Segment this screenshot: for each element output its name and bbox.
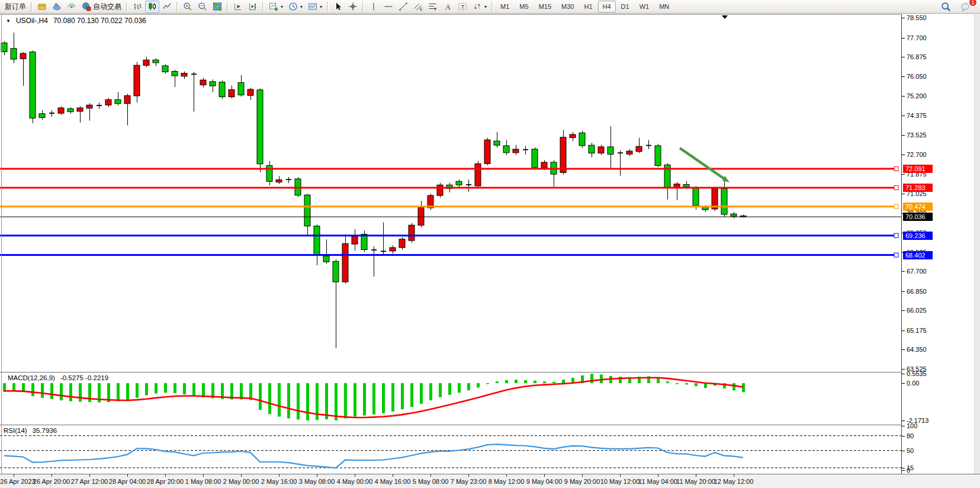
candle bbox=[20, 53, 26, 59]
fibonacci-button[interactable]: F bbox=[426, 1, 440, 13]
candle bbox=[626, 151, 632, 154]
candle bbox=[58, 108, 64, 113]
newchart-icon bbox=[269, 2, 278, 11]
candle bbox=[361, 235, 367, 250]
macd-canvas[interactable] bbox=[0, 373, 902, 425]
price-tick: 66.850 bbox=[902, 288, 927, 295]
chart-window[interactable]: ▼ USOil-,H4 70.080 70.130 70.022 70.036 … bbox=[0, 14, 980, 488]
time-tick bbox=[658, 474, 658, 477]
dropdown-arrow-icon[interactable]: ▾ bbox=[281, 4, 283, 9]
candle bbox=[115, 99, 121, 104]
trend-arrow-annotation[interactable] bbox=[680, 148, 730, 182]
candlestick-chart-button[interactable] bbox=[145, 1, 159, 13]
horizontal-line-button[interactable] bbox=[381, 1, 396, 13]
timeframe-h1-button[interactable]: H1 bbox=[579, 1, 597, 12]
candle bbox=[693, 188, 699, 206]
line-chart-button[interactable] bbox=[160, 1, 174, 13]
ohlc-values: 70.080 70.130 70.022 70.036 bbox=[53, 17, 146, 25]
price-axis[interactable]: 78.55077.70076.87576.05075.20074.37573.5… bbox=[902, 14, 980, 474]
candle bbox=[352, 236, 358, 244]
arrows-button[interactable]: ▾ bbox=[470, 1, 489, 13]
one-click-collapse-icon[interactable]: ▼ bbox=[6, 18, 11, 24]
time-label: 27 Apr 12:00 bbox=[71, 478, 108, 485]
time-label: 11 May 20:00 bbox=[676, 478, 715, 485]
time-label: 2 May 00:00 bbox=[223, 478, 259, 485]
timeframe-m30-button[interactable]: M30 bbox=[557, 1, 579, 12]
candle bbox=[153, 60, 159, 63]
crosshair-button[interactable] bbox=[346, 1, 360, 13]
dropdown-arrow-icon[interactable]: ▾ bbox=[300, 4, 303, 9]
time-label: 28 Apr 20:00 bbox=[147, 478, 184, 485]
dropdown-arrow-icon[interactable]: ▾ bbox=[484, 4, 487, 9]
new-chart-button[interactable]: ▾ bbox=[266, 1, 285, 13]
rsi-level-lines bbox=[0, 436, 902, 468]
candle bbox=[238, 82, 244, 95]
channel-icon: E bbox=[413, 2, 423, 11]
candle bbox=[532, 149, 538, 168]
time-tick bbox=[468, 474, 469, 477]
toolbar-separator bbox=[227, 2, 229, 12]
price-chart-canvas[interactable] bbox=[0, 15, 902, 372]
time-label: 26 Apr 2023 bbox=[0, 478, 35, 485]
fibo-icon: F bbox=[428, 2, 438, 11]
timeframe-m15-button[interactable]: M15 bbox=[534, 1, 556, 12]
timeframe-m5-button[interactable]: M5 bbox=[515, 1, 533, 12]
timeframe-h4-button[interactable]: H4 bbox=[598, 1, 616, 12]
notification-badge: 1 bbox=[969, 0, 977, 7]
price-tick: 64.350 bbox=[902, 346, 927, 353]
timeframe-d1-button[interactable]: D1 bbox=[616, 1, 634, 12]
hline-icon bbox=[384, 2, 393, 11]
window-left-border bbox=[1, 14, 2, 474]
rsi-label: RSI(14) 35.7936 bbox=[4, 427, 57, 434]
toolbar-separator bbox=[31, 2, 33, 12]
time-tick bbox=[696, 474, 696, 477]
zoom-out-button[interactable] bbox=[195, 1, 210, 13]
macd-label: MACD(12,26,9) -0.5275 -0.2219 bbox=[8, 374, 108, 381]
candle bbox=[134, 65, 140, 96]
auto-trading-button[interactable]: 自动交易 bbox=[79, 1, 124, 13]
market-watch-button[interactable] bbox=[35, 1, 49, 13]
globe-ea-icon bbox=[82, 2, 91, 11]
trendline-button[interactable] bbox=[396, 1, 410, 13]
time-axis[interactable]: 26 Apr 202326 Apr 20:0027 Apr 12:0028 Ap… bbox=[0, 474, 980, 488]
notifications-button[interactable]: 1 bbox=[958, 1, 973, 13]
text-button[interactable]: A bbox=[441, 1, 455, 13]
timeframe-m1-button[interactable]: M1 bbox=[496, 1, 514, 12]
candle bbox=[314, 226, 320, 255]
candle bbox=[579, 133, 585, 146]
symbol-period-label: USOil-,H4 bbox=[16, 17, 48, 25]
time-tick bbox=[734, 474, 734, 477]
community-button[interactable] bbox=[50, 1, 64, 13]
periods-button[interactable]: ▾ bbox=[286, 1, 305, 13]
rsi-canvas[interactable] bbox=[0, 425, 902, 474]
label-button[interactable]: T bbox=[455, 1, 470, 13]
candle bbox=[181, 73, 187, 76]
dropdown-arrow-icon[interactable]: ▾ bbox=[320, 4, 322, 9]
cursor-button[interactable] bbox=[331, 1, 345, 13]
vertical-line-button[interactable] bbox=[367, 1, 381, 13]
channel-button[interactable]: E bbox=[411, 1, 425, 13]
auto-scroll-button[interactable] bbox=[231, 1, 245, 13]
chart-shift-marker[interactable] bbox=[722, 15, 728, 19]
price-tick: 75.200 bbox=[902, 92, 927, 99]
trendline-icon bbox=[399, 2, 408, 11]
candle bbox=[229, 89, 234, 97]
chart-shift-button[interactable] bbox=[246, 1, 260, 13]
new-order-button[interactable]: 新订单 bbox=[2, 1, 28, 13]
templates-button[interactable]: ▾ bbox=[306, 1, 324, 13]
timeframe-mn-button[interactable]: MN bbox=[654, 1, 674, 12]
zoom-in-button[interactable] bbox=[181, 1, 195, 13]
bar-chart-button[interactable] bbox=[130, 1, 144, 13]
candle bbox=[570, 134, 576, 138]
tile-windows-button[interactable] bbox=[210, 1, 224, 13]
time-label: 3 May 08:00 bbox=[299, 478, 335, 485]
search-button[interactable] bbox=[939, 1, 953, 13]
timeframe-w1-button[interactable]: W1 bbox=[635, 1, 654, 12]
candle bbox=[342, 243, 348, 282]
time-tick bbox=[14, 474, 14, 477]
price-tick: 65.175 bbox=[902, 327, 927, 334]
time-label: 26 Apr 20:00 bbox=[33, 478, 70, 485]
signals-button[interactable] bbox=[65, 1, 79, 13]
book-icon bbox=[37, 2, 47, 11]
candle bbox=[219, 82, 225, 97]
